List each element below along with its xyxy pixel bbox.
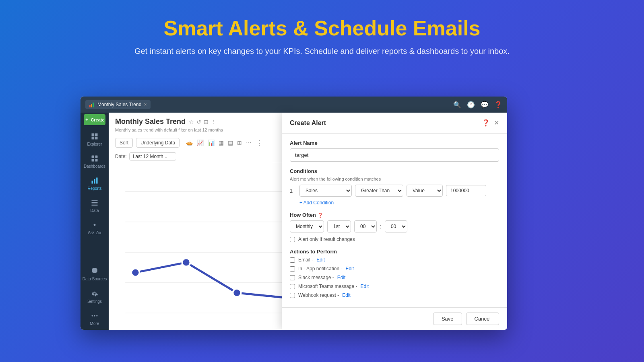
- tab-label: Monthly Sales Trend: [97, 102, 141, 107]
- svg-rect-4: [95, 156, 98, 158]
- svg-point-25: [131, 269, 139, 277]
- alert-only-checkbox[interactable]: [290, 237, 295, 242]
- sidebar-label-more: More: [90, 321, 99, 326]
- in-app-edit-link[interactable]: Edit: [345, 266, 354, 272]
- sidebar-item-more[interactable]: More: [80, 308, 109, 330]
- underlying-data-button[interactable]: Underlying Data: [136, 138, 180, 148]
- svg-rect-3: [92, 156, 94, 158]
- add-condition-link[interactable]: + Add Condition: [299, 200, 499, 206]
- slack-checkbox[interactable]: [290, 275, 295, 280]
- in-app-checkbox[interactable]: [290, 266, 295, 272]
- tab-item[interactable]: Monthly Sales Trend ×: [85, 100, 151, 109]
- action-in-app: In - App notification - Edit: [290, 266, 499, 272]
- in-app-label: In - App notification -: [298, 266, 342, 272]
- schedule-icon[interactable]: 🕐: [467, 101, 475, 109]
- refresh-icon[interactable]: ↺: [196, 119, 201, 125]
- modal-title: Create Alert: [290, 119, 326, 127]
- modal-header-actions: ❓ ✕: [482, 119, 499, 127]
- hero-subtitle: Get instant alerts on key changes to you…: [8, 47, 636, 56]
- slack-label: Slack message -: [298, 275, 334, 280]
- condition-field-select[interactable]: Sales: [299, 185, 352, 197]
- condition-number: 1: [290, 188, 296, 194]
- chart-tab-icon: [89, 102, 95, 107]
- alert-name-group: Alert Name: [290, 140, 499, 162]
- minute-select[interactable]: 00: [385, 220, 407, 232]
- frequency-select[interactable]: Monthly: [290, 220, 324, 232]
- svg-rect-0: [89, 105, 91, 107]
- save-icon[interactable]: ⊟: [204, 119, 208, 125]
- email-checkbox[interactable]: [290, 257, 295, 263]
- modal-close-icon[interactable]: ✕: [494, 119, 499, 127]
- app-container: Monthly Sales Trend × 🔍 🕐 💬 ❓ ＋ Create E…: [80, 97, 507, 330]
- condition-operator-select[interactable]: Greater Than: [355, 185, 403, 197]
- teams-checkbox[interactable]: [290, 284, 295, 289]
- svg-rect-12: [92, 204, 98, 205]
- date-filter-select[interactable]: Last 12 Month...: [129, 152, 176, 160]
- svg-point-15: [94, 224, 95, 225]
- how-often-row: Monthly 1st 00 : 00: [290, 220, 499, 232]
- action-teams: Microsoft Teams message - Edit: [290, 284, 499, 289]
- help-icon[interactable]: ❓: [494, 101, 502, 109]
- sidebar-label-ask-zia: Ask Zia: [88, 230, 101, 235]
- sidebar-item-ask-zia[interactable]: Ask Zia: [80, 217, 109, 239]
- date-filter-label: Date:: [115, 154, 127, 159]
- pie-chart-icon[interactable]: 🥧: [184, 139, 194, 147]
- report-title: Monthly Sales Trend: [115, 117, 186, 126]
- hero-section: Smart Alerts & Schedule Emails Get insta…: [0, 0, 644, 64]
- sidebar-item-explorer[interactable]: Explorer: [80, 128, 109, 150]
- how-often-group: How Often ❓ Monthly 1st 00 : 0: [290, 212, 499, 242]
- svg-rect-2: [93, 103, 94, 107]
- condition-row: 1 Sales Greater Than Value: [290, 185, 499, 197]
- webhook-edit-link[interactable]: Edit: [342, 292, 351, 298]
- webhook-checkbox[interactable]: [290, 293, 295, 298]
- slack-edit-link[interactable]: Edit: [337, 275, 346, 280]
- sidebar-item-dashboards[interactable]: Dashboards: [80, 150, 109, 173]
- sidebar-item-data-sources[interactable]: Data Sources: [80, 263, 109, 286]
- alert-only-label: Alert only if result changes: [298, 237, 355, 242]
- main-content: ＋ Create Explorer Dashboards Reports Dat…: [80, 113, 507, 330]
- alert-modal: Create Alert ❓ ✕ Alert Name Conditions A…: [282, 113, 507, 330]
- condition-value-type-select[interactable]: Value: [407, 185, 443, 197]
- area-chart-icon[interactable]: ▤: [226, 139, 235, 147]
- svg-rect-11: [92, 202, 98, 203]
- save-button[interactable]: Save: [433, 313, 462, 325]
- modal-help-icon[interactable]: ❓: [482, 119, 490, 127]
- line-chart-icon[interactable]: 📈: [195, 139, 205, 147]
- tab-close-icon[interactable]: ×: [144, 102, 147, 107]
- sidebar-label-data-sources: Data Sources: [83, 277, 107, 282]
- more-charts-icon[interactable]: ⋯: [244, 139, 253, 147]
- star-icon[interactable]: ☆: [189, 119, 194, 125]
- sidebar-label-dashboards: Dashboards: [84, 164, 105, 169]
- sort-button[interactable]: Sort: [115, 138, 133, 148]
- toolbar-more-icon[interactable]: ⋮: [256, 139, 263, 147]
- sidebar-item-settings[interactable]: Settings: [80, 286, 109, 308]
- condition-value-input[interactable]: [446, 185, 486, 196]
- hour-select[interactable]: 00: [354, 220, 377, 232]
- modal-footer: Save Cancel: [282, 307, 507, 330]
- search-icon[interactable]: 🔍: [453, 101, 461, 109]
- svg-rect-8: [94, 179, 95, 184]
- hero-title: Smart Alerts & Schedule Emails: [8, 16, 636, 40]
- svg-rect-1: [91, 104, 92, 107]
- more-options-icon[interactable]: ⋮: [211, 119, 217, 125]
- sidebar-item-data[interactable]: Data: [80, 195, 109, 217]
- create-button[interactable]: ＋ Create: [84, 114, 105, 125]
- cancel-button[interactable]: Cancel: [466, 313, 499, 325]
- comment-icon[interactable]: 💬: [481, 101, 489, 109]
- action-webhook: Webhook request - Edit: [290, 292, 499, 298]
- action-slack: Slack message - Edit: [290, 275, 499, 280]
- pivot-icon[interactable]: ⊞: [235, 139, 244, 147]
- tab-bar: Monthly Sales Trend × 🔍 🕐 💬 ❓: [80, 97, 507, 113]
- svg-rect-13: [92, 206, 98, 206]
- email-edit-link[interactable]: Edit: [316, 257, 325, 263]
- sidebar-item-reports[interactable]: Reports: [80, 173, 109, 195]
- teams-edit-link[interactable]: Edit: [361, 284, 369, 289]
- stacked-bar-icon[interactable]: ▦: [217, 139, 225, 147]
- bar-chart-icon[interactable]: 📊: [206, 139, 216, 147]
- teams-label: Microsoft Teams message -: [298, 284, 357, 289]
- svg-rect-5: [92, 159, 94, 162]
- svg-rect-9: [96, 178, 97, 184]
- alert-name-input[interactable]: [290, 148, 499, 162]
- day-select[interactable]: 1st: [327, 220, 351, 232]
- svg-point-27: [233, 289, 241, 297]
